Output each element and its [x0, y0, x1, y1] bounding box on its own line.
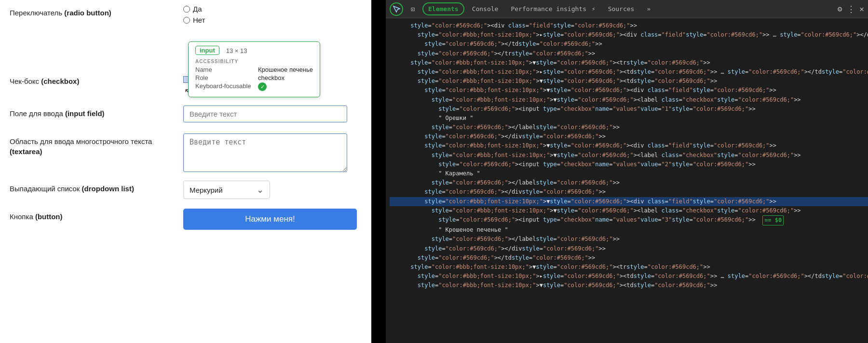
textarea-row: Область для ввода многострочного текста …: [10, 133, 357, 172]
tooltip-section-title: ACCESSIBILITY: [195, 59, 313, 64]
tab-more[interactable]: »: [642, 3, 655, 14]
tree-line[interactable]: style="color:#569cd6;"></divstyle="color…: [390, 244, 868, 253]
tab-console[interactable]: Console: [467, 3, 503, 14]
input-control: [183, 106, 357, 122]
tree-line[interactable]: style="color:#bbb;font-size:10px;">▸styl…: [390, 67, 868, 77]
tree-line[interactable]: style="color:#569cd6;"></labelstyle="col…: [390, 178, 868, 187]
tooltip-role-row: Role checkbox: [195, 74, 313, 81]
tree-line[interactable]: style="color:#569cd6;"><input type="chec…: [390, 160, 868, 169]
tree-line[interactable]: style="color:#bbb;font-size:10px;">▼styl…: [390, 197, 868, 206]
close-icon[interactable]: ✕: [859, 4, 864, 13]
devtools-panel: ⊡ Elements Console Performance insights …: [386, 0, 868, 343]
tree-line[interactable]: style="color:#569cd6;"><input type="chec…: [390, 215, 868, 225]
radio-controls: Да Нет: [183, 5, 357, 25]
tooltip-keyboard-row: Keyboard-focusable ✓: [195, 82, 313, 91]
tree-line[interactable]: " Карамель ": [390, 169, 868, 178]
device-icon[interactable]: ⊡: [406, 2, 420, 16]
tooltip-tag: input: [195, 46, 219, 55]
dropdown-control: Меркурий ⌄: [183, 181, 357, 199]
tree-line[interactable]: style="color:#bbb;font-size:10px;">▼styl…: [390, 86, 868, 95]
radio-circle-yes: [183, 6, 190, 13]
checkbox-label: Чек-бокс (checkbox): [10, 73, 183, 86]
button-row: Кнопка (button) Нажми меня!: [10, 209, 357, 230]
input-row: Поле для ввода (input field): [10, 106, 357, 125]
dropdown-select[interactable]: Меркурий ⌄: [183, 181, 270, 199]
radio-label: Переключатель (radio button): [10, 5, 183, 18]
chevron-down-icon: ⌄: [257, 185, 264, 195]
tree-line[interactable]: style="color:#bbb;font-size:10px;">▼styl…: [390, 95, 868, 105]
tree-line[interactable]: style="color:#bbb;font-size:10px;">▼styl…: [390, 281, 868, 290]
tree-line[interactable]: " Крошеное печенье ": [390, 225, 868, 235]
tree-line[interactable]: style="color:#569cd6;"></labelstyle="col…: [390, 235, 868, 244]
tooltip-size: 13 × 13: [226, 47, 247, 54]
radio-circle-no: [183, 17, 190, 24]
text-input-field[interactable]: [183, 106, 347, 122]
radio-row: Переключатель (radio button) Да Нет: [10, 5, 357, 25]
button-control: Нажми меня!: [183, 209, 357, 230]
inspect-icon[interactable]: [390, 2, 403, 16]
tree-line[interactable]: style="color:#bbb;font-size:10px;">▼styl…: [390, 141, 868, 150]
keyboard-focusable-check: ✓: [258, 82, 267, 91]
button-label: Кнопка (button): [10, 209, 183, 222]
tree-line[interactable]: style="color:#569cd6;"></trstyle="color:…: [390, 49, 868, 58]
textarea-label: Область для ввода многострочного текста …: [10, 133, 183, 157]
devtools-content: style="color:#569cd6;"><div class="field…: [386, 18, 868, 343]
tree-line[interactable]: style="color:#bbb;font-size:10px;">▼styl…: [390, 58, 868, 67]
tooltip-box: input 13 × 13 ACCESSIBILITY Name Крошено…: [188, 41, 320, 97]
tree-line[interactable]: style="color:#bbb;font-size:10px;">▼styl…: [390, 206, 868, 215]
tree-line[interactable]: style="color:#bbb;font-size:10px;">▼styl…: [390, 151, 868, 160]
tree-line[interactable]: style="color:#569cd6;"></labelstyle="col…: [390, 123, 868, 132]
dropdown-row: Выпадающий список (dropdown list) Меркур…: [10, 181, 357, 200]
tab-performance-insights[interactable]: Performance insights ⚡: [506, 3, 600, 14]
tree-line[interactable]: style="color:#569cd6;"></tdstyle="color:…: [390, 253, 868, 263]
tree-line[interactable]: style="color:#bbb;font-size:10px;">▼styl…: [390, 77, 868, 86]
radio-option-yes[interactable]: Да: [183, 5, 357, 13]
tree-line[interactable]: style="color:#bbb;font-size:10px;">▸styl…: [390, 272, 868, 281]
textarea-control: [183, 133, 357, 172]
submit-button[interactable]: Нажми меня!: [183, 209, 357, 230]
tree-line[interactable]: style="color:#569cd6;"><input type="chec…: [390, 105, 868, 114]
tree-line[interactable]: style="color:#569cd6;"></divstyle="color…: [390, 187, 868, 197]
tab-sources[interactable]: Sources: [603, 3, 639, 14]
tree-line[interactable]: style="color:#bbb;font-size:10px;">▸styl…: [390, 30, 868, 40]
tree-line[interactable]: style="color:#569cd6;"><div class="field…: [390, 21, 868, 30]
tab-elements[interactable]: Elements: [422, 2, 464, 15]
input-label: Поле для ввода (input field): [10, 106, 183, 119]
tree-line[interactable]: style="color:#569cd6;"></divstyle="color…: [390, 132, 868, 141]
radio-option-no[interactable]: Нет: [183, 16, 357, 24]
tree-line[interactable]: " Орешки ": [390, 114, 868, 123]
tooltip-name-row: Name Крошеное печенье: [195, 66, 313, 73]
devtools-toolbar: ⊡ Elements Console Performance insights …: [386, 0, 868, 18]
tree-line[interactable]: style="color:#569cd6;"></tdstyle="color:…: [390, 40, 868, 49]
left-panel: Переключатель (radio button) Да Нет inpu…: [0, 0, 371, 343]
tree-line[interactable]: style="color:#bbb;font-size:10px;">▼styl…: [390, 263, 868, 272]
dropdown-label: Выпадающий список (dropdown list): [10, 181, 183, 194]
more-options-icon[interactable]: ⋮: [847, 4, 855, 14]
settings-icon[interactable]: ⚙: [836, 4, 844, 13]
textarea-field[interactable]: [183, 133, 347, 172]
divider: [371, 0, 386, 343]
